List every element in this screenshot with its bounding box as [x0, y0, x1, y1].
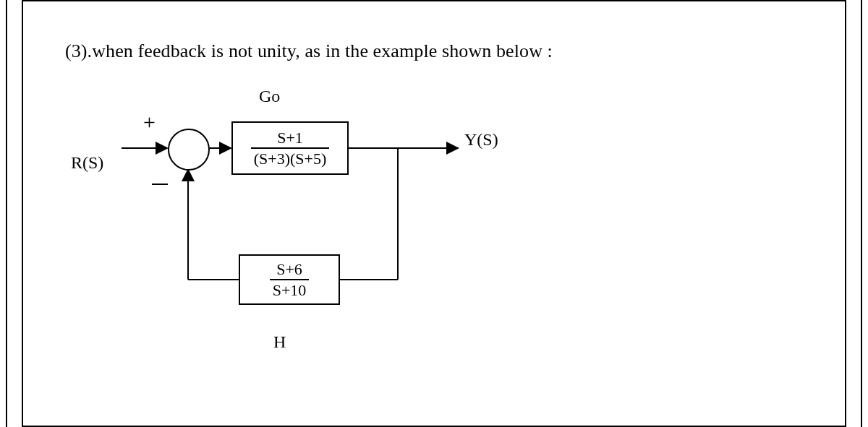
summing-junction — [168, 129, 210, 171]
input-label: R(S) — [71, 153, 103, 173]
sum-plus-sign: + — [143, 110, 156, 134]
forward-denominator: (S+3)(S+5) — [251, 147, 330, 167]
problem-prompt: (3).when feedback is not unity, as in th… — [65, 40, 803, 62]
output-label: Y(S) — [464, 130, 498, 150]
feedback-gain-label: H — [273, 332, 286, 352]
feedback-numerator: S+6 — [270, 261, 310, 279]
forward-numerator: S+1 — [251, 129, 330, 147]
page: (3).when feedback is not unity, as in th… — [0, 0, 868, 427]
forward-transfer-block: S+1 (S+3)(S+5) — [231, 121, 349, 175]
feedback-transfer-block: S+6 S+10 — [239, 254, 340, 305]
sum-minus-sign — [152, 184, 168, 185]
feedback-denominator: S+10 — [270, 279, 310, 298]
feedback-fraction: S+6 S+10 — [270, 261, 310, 298]
forward-fraction: S+1 (S+3)(S+5) — [251, 129, 330, 167]
content-area: (3).when feedback is not unity, as in th… — [65, 40, 803, 62]
block-diagram: Go H R(S) Y(S) + S+1 (S+3)(S+5) S+6 S+10 — [65, 108, 716, 383]
diagram-wires — [65, 108, 716, 383]
forward-gain-label: Go — [259, 87, 280, 106]
